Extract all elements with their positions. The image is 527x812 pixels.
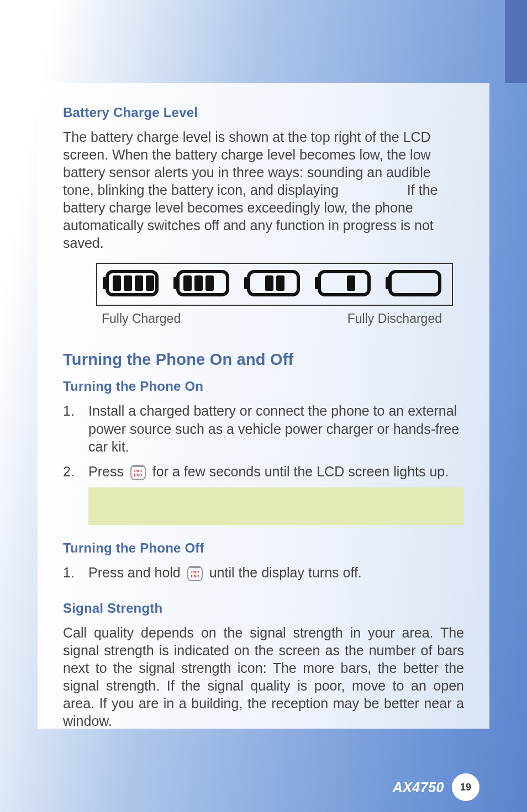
svg-rect-2 <box>113 275 121 291</box>
svg-text:END: END <box>191 574 199 578</box>
turning-on-steps: 1. Install a charged battery or connect … <box>63 402 464 481</box>
note-box <box>88 487 464 525</box>
heading-battery-charge-level: Battery Charge Level <box>63 105 464 120</box>
manual-page-card: Battery Charge Level The battery charge … <box>38 83 489 729</box>
page-number: 19 <box>452 773 479 801</box>
svg-rect-14 <box>276 275 284 291</box>
off-step-b: until the display turns off. <box>209 565 362 580</box>
battery-icon <box>103 268 164 300</box>
label-fully-discharged: Fully Discharged <box>347 311 442 326</box>
svg-text:END: END <box>134 473 142 477</box>
battery-icon <box>315 268 376 300</box>
svg-rect-8 <box>183 275 192 291</box>
battery-icon <box>173 268 234 300</box>
svg-rect-23 <box>188 566 202 581</box>
svg-rect-16 <box>315 277 320 289</box>
step-text: Press PWREND for a few seconds until the… <box>88 463 464 481</box>
svg-rect-12 <box>244 277 250 289</box>
svg-rect-9 <box>194 275 203 291</box>
svg-rect-15 <box>319 272 369 295</box>
battery-icon <box>386 268 446 300</box>
turning-off-steps: 1. Press and hold PWREND until the displ… <box>63 564 464 582</box>
step-number: 2. <box>63 463 88 481</box>
label-fully-charged: Fully Charged <box>102 311 181 326</box>
signal-strength-paragraph: Call quality depends on the signal stren… <box>63 624 464 730</box>
model-label: AX4750 <box>393 779 444 795</box>
heading-turning-on-off: Turning the Phone On and Off <box>63 351 464 369</box>
svg-rect-17 <box>347 275 355 291</box>
step-number: 1. <box>63 402 88 420</box>
svg-rect-10 <box>205 275 214 291</box>
page-footer: AX4750 19 <box>0 773 527 801</box>
svg-rect-4 <box>135 275 143 291</box>
list-item: 1. Press and hold PWREND until the displ… <box>63 564 464 582</box>
svg-text:PWR: PWR <box>191 570 199 574</box>
heading-signal-strength: Signal Strength <box>63 601 464 616</box>
battery-diagram-labels: Fully Charged Fully Discharged <box>102 311 442 326</box>
step-text: Install a charged battery or connect the… <box>88 402 464 456</box>
svg-rect-19 <box>386 277 391 289</box>
svg-rect-5 <box>146 275 154 291</box>
battery-level-diagram <box>96 263 453 306</box>
step-number: 1. <box>63 564 88 582</box>
heading-turning-on: Turning the Phone On <box>63 379 464 394</box>
svg-text:PWR: PWR <box>134 469 143 473</box>
end-key-icon: PWREND <box>130 464 146 481</box>
battery-para-a: The battery charge level is shown at the… <box>63 129 431 198</box>
svg-rect-13 <box>265 275 273 291</box>
svg-rect-1 <box>103 277 108 289</box>
list-item: 1. Install a charged battery or connect … <box>63 402 464 456</box>
svg-rect-18 <box>390 272 440 295</box>
end-key-icon: PWREND <box>187 565 203 582</box>
step-text: Press and hold PWREND until the display … <box>88 564 464 582</box>
svg-rect-3 <box>124 275 132 291</box>
svg-rect-7 <box>173 277 179 289</box>
battery-icon <box>244 268 305 300</box>
svg-rect-20 <box>131 465 145 480</box>
side-tab <box>505 0 527 83</box>
list-item: 2. Press PWREND for a few seconds until … <box>63 463 464 481</box>
off-step-a: Press and hold <box>88 565 181 580</box>
heading-turning-off: Turning the Phone Off <box>63 540 464 556</box>
battery-level-paragraph: The battery charge level is shown at the… <box>63 128 464 252</box>
